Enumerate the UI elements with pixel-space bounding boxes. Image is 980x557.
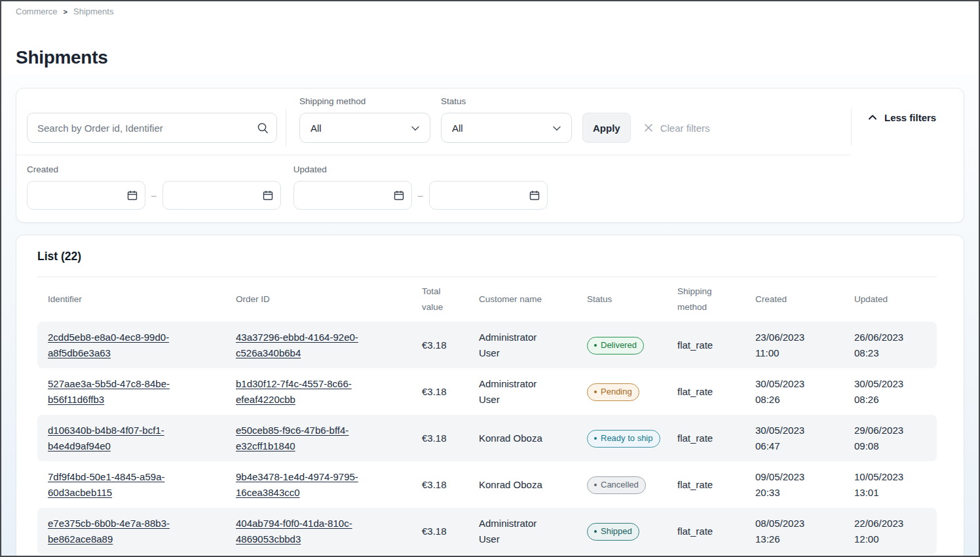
order-id-link[interactable]: 404ab794-f0f0-41da-810c-4869053cbbd3 <box>236 516 375 547</box>
search-input[interactable] <box>27 113 277 143</box>
customer-name-cell: Administrator User <box>468 369 576 415</box>
shipping-method-select[interactable]: All <box>299 113 430 143</box>
status-badge: Shipped <box>587 523 639 541</box>
shipping-method-cell: flat_rate <box>667 423 745 453</box>
identifier-cell: 7df9f4bd-50e1-4845-a59a-60d3acbeb115 <box>37 462 225 508</box>
filters-row-dates: Created <box>16 155 964 210</box>
identifier-cell: 2cdd5eb8-e8a0-4ec8-99d0-a8f5db6e3a63 <box>37 322 225 368</box>
identifier-link[interactable]: e7e375cb-6b0b-4e7a-88b3-be862ace8a89 <box>48 516 187 547</box>
breadcrumb-commerce[interactable]: Commerce <box>16 7 58 16</box>
status-badge: Ready to ship <box>587 430 660 448</box>
status-cell: Ready to ship <box>576 421 667 455</box>
table-row: 527aae3a-5b5d-47c8-84be-b56f11d6ffb3 b1d… <box>37 368 937 415</box>
total-value-cell: €3.18 <box>411 470 468 500</box>
status-dot-icon <box>594 484 597 486</box>
calendar-icon[interactable] <box>393 189 405 201</box>
order-id-cell: 9b4e3478-1e4d-4974-9795-16cea3843cc0 <box>225 462 411 508</box>
created-date-filter: Created <box>27 164 281 210</box>
apply-button[interactable]: Apply <box>582 113 631 143</box>
status-label: Status <box>441 96 572 106</box>
updated-cell: 22/06/202312:00 <box>844 509 937 554</box>
updated-cell: 10/05/202313:01 <box>844 462 937 508</box>
identifier-link[interactable]: 7df9f4bd-50e1-4845-a59a-60d3acbeb115 <box>48 469 187 501</box>
created-label: Created <box>27 164 281 174</box>
calendar-icon[interactable] <box>126 189 138 201</box>
updated-cell: 26/06/202308:23 <box>844 322 937 368</box>
status-dot-icon <box>594 391 597 393</box>
page-title: Shipments <box>16 47 107 68</box>
clear-filters-button[interactable]: Clear filters <box>643 113 710 143</box>
chevron-down-icon <box>410 123 421 134</box>
list-heading: List (22) <box>37 250 937 263</box>
created-cell: 30/05/202308:26 <box>745 369 844 415</box>
shipments-table: IdentifierOrder IDTotal valueCustomer na… <box>37 277 937 554</box>
calendar-icon[interactable] <box>262 189 274 201</box>
created-cell: 23/06/202311:00 <box>745 322 844 368</box>
order-id-link[interactable]: 43a37296-ebbd-4164-92e0-c526a340b6b4 <box>236 330 375 361</box>
breadcrumb-shipments[interactable]: Shipments <box>73 7 113 16</box>
created-cell: 30/05/202306:47 <box>745 415 844 461</box>
status-dot-icon <box>594 344 597 347</box>
identifier-cell: d106340b-b4b8-4f07-bcf1-b4e4d9af94e0 <box>37 415 225 461</box>
table-header-row: IdentifierOrder IDTotal valueCustomer na… <box>37 277 937 322</box>
shipping-method-cell: flat_rate <box>667 516 745 547</box>
column-header-identifier: Identifier <box>37 285 225 314</box>
column-header-shipping-method: Shipping method <box>667 277 745 322</box>
order-id-link[interactable]: b1d30f12-7f4c-4557-8c66-efeaf4220cbb <box>236 376 375 408</box>
created-to-field <box>162 181 281 210</box>
order-id-link[interactable]: 9b4e3478-1e4d-4974-9795-16cea3843cc0 <box>236 469 375 501</box>
chevron-up-icon <box>867 112 878 123</box>
table-row: 2cdd5eb8-e8a0-4ec8-99d0-a8f5db6e3a63 43a… <box>37 322 937 368</box>
breadcrumb: Commerce > Shipments <box>16 7 113 16</box>
status-cell: Cancelled <box>576 468 667 501</box>
order-id-cell: e50ceb85-f9c6-47b6-bff4-e32cff1b1840 <box>225 415 411 461</box>
shipping-method-cell: flat_rate <box>667 377 745 407</box>
column-header-status: Status <box>576 285 667 314</box>
customer-name-cell: Konrad Oboza <box>468 470 576 500</box>
identifier-link[interactable]: 2cdd5eb8-e8a0-4ec8-99d0-a8f5db6e3a63 <box>48 330 187 361</box>
column-header-order-id: Order ID <box>225 285 411 314</box>
customer-name-cell: Administrator User <box>468 322 576 368</box>
created-cell: 09/05/202320:33 <box>745 462 844 508</box>
created-from-field <box>27 181 145 210</box>
identifier-cell: 527aae3a-5b5d-47c8-84be-b56f11d6ffb3 <box>37 369 225 415</box>
shipping-method-filter: Shipping method All <box>299 96 430 143</box>
column-header-total-value: Total value <box>411 277 468 322</box>
column-header-created: Created <box>745 285 844 314</box>
filters-row-primary: Shipping method All Status All <box>16 88 851 155</box>
search-icon[interactable] <box>256 121 269 134</box>
column-header-customer-name: Customer name <box>468 285 576 314</box>
created-cell: 08/05/202313:26 <box>745 509 844 554</box>
clear-filters-label: Clear filters <box>660 123 710 134</box>
order-id-cell: b1d30f12-7f4c-4557-8c66-efeaf4220cbb <box>225 369 411 415</box>
table-row: d106340b-b4b8-4f07-bcf1-b4e4d9af94e0 e50… <box>37 415 937 461</box>
updated-cell: 30/05/202308:26 <box>844 369 937 415</box>
status-cell: Pending <box>576 375 667 408</box>
column-header-updated: Updated <box>844 285 937 314</box>
filters-panel: Shipping method All Status All <box>16 88 964 223</box>
breadcrumb-separator-icon: > <box>64 8 67 16</box>
less-filters-label: Less filters <box>884 112 936 123</box>
total-value-cell: €3.18 <box>411 377 468 407</box>
identifier-link[interactable]: 527aae3a-5b5d-47c8-84be-b56f11d6ffb3 <box>48 376 187 408</box>
total-value-cell: €3.18 <box>411 330 468 360</box>
status-badge: Cancelled <box>587 476 646 494</box>
date-range-dash: – <box>418 190 423 201</box>
less-filters-region: Less filters <box>851 88 964 146</box>
shipping-method-label: Shipping method <box>299 96 430 106</box>
close-icon <box>643 122 654 134</box>
order-id-link[interactable]: e50ceb85-f9c6-47b6-bff4-e32cff1b1840 <box>236 423 375 454</box>
customer-name-cell: Administrator User <box>468 509 576 554</box>
identifier-link[interactable]: d106340b-b4b8-4f07-bcf1-b4e4d9af94e0 <box>48 423 187 454</box>
shipping-method-value: All <box>311 123 322 134</box>
status-value: All <box>452 123 463 134</box>
calendar-icon[interactable] <box>529 189 540 201</box>
updated-cell: 29/06/202309:08 <box>844 415 937 461</box>
page-body: Shipping method All Status All <box>1 75 979 556</box>
status-dot-icon <box>594 437 597 440</box>
total-value-cell: €3.18 <box>411 423 468 453</box>
less-filters-button[interactable]: Less filters <box>867 112 936 123</box>
status-cell: Delivered <box>576 328 667 362</box>
status-select[interactable]: All <box>441 113 572 143</box>
identifier-cell: e7e375cb-6b0b-4e7a-88b3-be862ace8a89 <box>37 509 225 554</box>
